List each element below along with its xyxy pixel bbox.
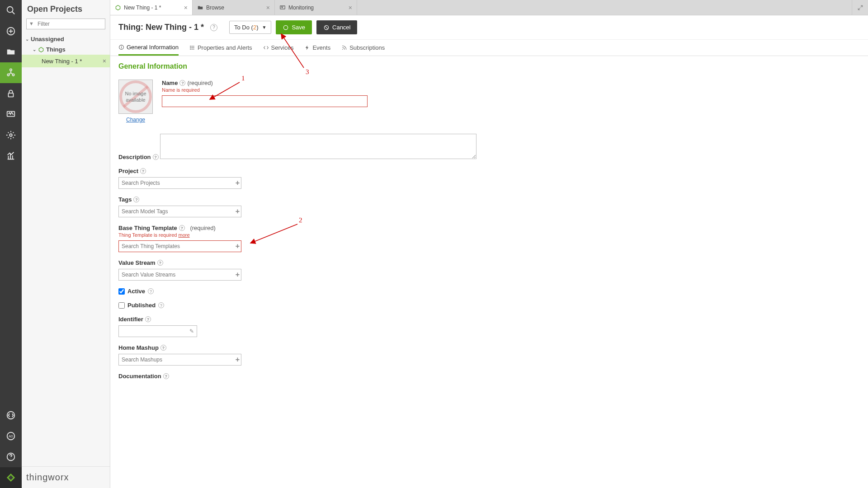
value-stream-label: Value Stream? — [118, 259, 163, 266]
sidebar: Open Projects ▼ ⌄Unassigned ⌄Things New … — [22, 0, 110, 488]
plus-icon[interactable]: + — [236, 356, 240, 364]
name-label: Name?(required) — [162, 80, 213, 86]
nav-model-icon[interactable] — [0, 62, 22, 83]
close-icon[interactable]: × — [103, 57, 106, 65]
subtab-general[interactable]: General Information — [118, 40, 179, 56]
help-icon[interactable]: ? — [179, 80, 185, 86]
svg-marker-19 — [116, 5, 120, 10]
tab-monitoring[interactable]: Monitoring × — [275, 0, 357, 15]
expand-icon[interactable] — [852, 0, 868, 15]
monitor-icon — [279, 5, 286, 11]
svg-point-26 — [121, 46, 122, 46]
plus-icon[interactable]: + — [236, 179, 240, 187]
bolt-icon — [304, 45, 310, 51]
published-row[interactable]: Published ? — [118, 302, 860, 309]
nav-search-icon[interactable] — [0, 0, 22, 21]
plus-icon[interactable]: + — [236, 207, 240, 216]
subtab-events[interactable]: Events — [304, 40, 330, 56]
help-icon[interactable]: ? — [133, 197, 139, 202]
close-icon[interactable]: × — [349, 4, 352, 11]
tab-new-thing[interactable]: New Thing - 1 * × — [110, 0, 193, 15]
hexagon-icon — [115, 5, 121, 11]
help-icon[interactable]: ? — [157, 260, 163, 266]
svg-text:AD: AD — [9, 434, 13, 438]
cancel-button[interactable]: Cancel — [316, 20, 357, 34]
content: General Information No image available C… — [110, 56, 868, 488]
tab-browse[interactable]: Browse × — [193, 0, 275, 15]
sidebar-footer: thingworx — [22, 466, 110, 488]
sidebar-filter[interactable]: ▼ — [26, 19, 105, 29]
nav-security-icon[interactable] — [0, 83, 22, 104]
svg-point-10 — [9, 134, 12, 136]
nav-ad-icon[interactable]: AD — [0, 426, 22, 446]
close-icon[interactable]: × — [266, 4, 270, 11]
base-template-error: Thing Template is required more — [118, 232, 860, 238]
code-icon — [263, 45, 269, 51]
help-icon[interactable]: ? — [145, 316, 151, 322]
nav-settings-icon[interactable] — [0, 125, 22, 145]
chevron-down-icon: ▼ — [262, 25, 266, 30]
help-icon[interactable]: ? — [179, 225, 185, 231]
help-icon[interactable]: ? — [140, 168, 146, 174]
tags-combo[interactable]: + — [118, 206, 241, 217]
nav-browse-icon[interactable] — [0, 42, 22, 62]
tree-group-unassigned[interactable]: ⌄Unassigned — [22, 34, 110, 44]
help-icon[interactable]: ? — [163, 373, 169, 379]
svg-point-21 — [284, 25, 288, 29]
svg-point-33 — [342, 49, 343, 50]
active-row[interactable]: Active ? — [118, 288, 860, 295]
close-icon[interactable]: × — [184, 4, 188, 11]
value-stream-combo[interactable]: + — [118, 269, 241, 281]
change-image-link[interactable]: Change — [126, 117, 145, 123]
subtab-services[interactable]: Services — [263, 40, 294, 56]
help-icon[interactable]: ? — [148, 288, 154, 294]
subtab-subscriptions[interactable]: Subscriptions — [341, 40, 385, 56]
chevron-down-icon: ⌄ — [25, 37, 29, 42]
home-mashup-label: Home Mashup? — [118, 344, 166, 351]
nav-import-icon[interactable] — [0, 405, 22, 426]
more-link[interactable]: more — [178, 232, 189, 238]
save-button[interactable]: Save — [276, 20, 312, 34]
plus-icon[interactable]: + — [236, 271, 240, 279]
svg-rect-8 — [9, 93, 14, 97]
nav-monitoring-icon[interactable] — [0, 104, 22, 125]
base-template-combo[interactable]: + — [118, 240, 241, 252]
nav-brand-icon[interactable] — [0, 467, 22, 488]
home-mashup-combo[interactable]: + — [118, 354, 241, 366]
tree-sub-things[interactable]: ⌄Things — [22, 44, 110, 55]
section-title: General Information — [118, 62, 860, 70]
sidebar-tree: ⌄Unassigned ⌄Things New Thing - 1 * × — [22, 33, 110, 466]
svg-point-5 — [10, 69, 12, 70]
page-title: Thing: New Thing - 1 * — [118, 23, 204, 32]
identifier-input[interactable]: ✎ — [118, 325, 197, 337]
tree-leaf-new-thing[interactable]: New Thing - 1 * × — [22, 55, 110, 67]
pencil-icon[interactable]: ✎ — [189, 328, 194, 334]
filter-input[interactable] — [26, 19, 105, 29]
documentation-label: Documentation? — [118, 373, 169, 380]
help-icon[interactable]: ? — [160, 345, 166, 351]
svg-marker-18 — [39, 47, 43, 52]
nav-add-icon[interactable] — [0, 21, 22, 42]
help-icon[interactable]: ? — [158, 302, 164, 308]
plus-icon[interactable]: + — [236, 242, 240, 250]
svg-line-23 — [325, 26, 328, 29]
description-input[interactable] — [160, 134, 476, 159]
nav-help-icon[interactable] — [0, 446, 22, 467]
subtab-properties[interactable]: Properties and Alerts — [189, 40, 252, 56]
svg-point-15 — [10, 459, 11, 459]
project-label: Project? — [118, 168, 146, 174]
tab-strip: New Thing - 1 * × Browse × Monitoring × — [110, 0, 868, 15]
help-icon[interactable]: ? — [210, 24, 217, 31]
svg-point-0 — [7, 7, 13, 13]
svg-line-1 — [12, 12, 15, 14]
published-checkbox[interactable] — [118, 302, 125, 309]
todo-dropdown[interactable]: To Do (2) ▼ — [229, 21, 271, 34]
sidebar-title: Open Projects — [27, 5, 104, 14]
nav-analytics-icon[interactable] — [0, 145, 22, 166]
name-input[interactable] — [162, 95, 368, 107]
project-combo[interactable]: + — [118, 177, 241, 189]
sub-tabs: General Information Properties and Alert… — [110, 40, 868, 56]
header-row: Thing: New Thing - 1 * ? To Do (2) ▼ Sav… — [110, 15, 868, 40]
help-icon[interactable]: ? — [153, 154, 159, 160]
active-checkbox[interactable] — [118, 288, 125, 295]
